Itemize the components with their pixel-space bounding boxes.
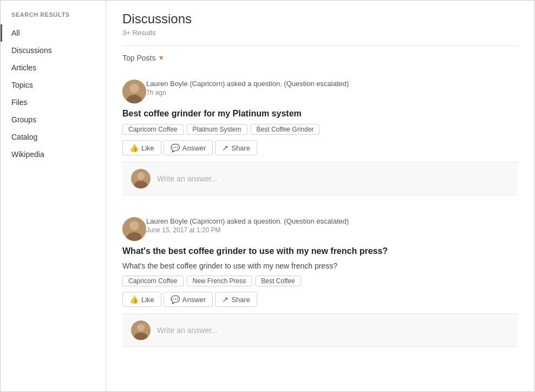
answer-placeholder-1[interactable]: Write an answer... bbox=[157, 174, 218, 183]
share-icon-2: ↗ bbox=[222, 295, 229, 304]
sidebar-link-wikipedia[interactable]: Wikipedia bbox=[1, 146, 106, 163]
answer-avatar-2 bbox=[131, 321, 151, 340]
svg-point-12 bbox=[137, 324, 145, 331]
dropdown-arrow-icon[interactable]: ▼ bbox=[158, 54, 164, 62]
sidebar-link-all[interactable]: All bbox=[1, 24, 106, 42]
post-header-1: Lauren Boyle (Capricorn) asked a questio… bbox=[122, 71, 518, 109]
post-meta-2: Lauren Boyle (Capricorn) asked a questio… bbox=[146, 217, 349, 234]
post-time-2: June 15, 2017 at 1:20 PM bbox=[146, 226, 349, 234]
share-label-1: Share bbox=[231, 144, 250, 152]
answer-area-1: Write an answer... bbox=[122, 162, 518, 195]
answer-area-2: Write an answer... bbox=[122, 313, 518, 347]
filter-label: Top Posts bbox=[122, 54, 155, 62]
sidebar-item-wikipedia[interactable]: Wikipedia bbox=[1, 146, 106, 163]
answer-avatar-img-1 bbox=[131, 169, 151, 188]
sidebar: SEARCH RESULTS All Discussions Articles … bbox=[1, 1, 106, 391]
answer-label-1: Answer bbox=[182, 144, 206, 152]
like-label-1: Like bbox=[141, 144, 154, 152]
sidebar-link-files[interactable]: Files bbox=[1, 94, 106, 111]
post-author-2: Lauren Boyle (Capricorn) asked a questio… bbox=[146, 217, 349, 225]
post-title-2[interactable]: What's the best coffee grinder to use wi… bbox=[122, 246, 518, 256]
like-button-1[interactable]: 👍 Like bbox=[122, 140, 161, 155]
sidebar-link-discussions[interactable]: Discussions bbox=[1, 42, 106, 59]
answer-avatar-1 bbox=[131, 169, 151, 188]
post-title-1[interactable]: Best coffee grinder for my Platinum syst… bbox=[122, 109, 518, 119]
sidebar-nav: All Discussions Articles Topics Files Gr… bbox=[1, 24, 106, 163]
tags-row-1: Capricorn Coffee Platinum System Best Co… bbox=[122, 124, 518, 135]
answer-button-2[interactable]: 💬 Answer bbox=[164, 292, 213, 307]
like-icon-2: 👍 bbox=[129, 295, 139, 304]
sidebar-item-groups[interactable]: Groups bbox=[1, 111, 106, 128]
share-button-1[interactable]: ↗ Share bbox=[215, 140, 257, 155]
tag-2-2[interactable]: Best Coffee bbox=[255, 276, 301, 286]
svg-point-5 bbox=[137, 172, 145, 180]
avatar-1 bbox=[122, 80, 146, 103]
answer-icon: 💬 bbox=[171, 143, 180, 152]
post-spacer bbox=[122, 195, 518, 208]
page-title: Discussions bbox=[122, 11, 518, 27]
sidebar-link-groups[interactable]: Groups bbox=[1, 111, 106, 128]
sidebar-link-topics[interactable]: Topics bbox=[1, 76, 106, 94]
divider bbox=[122, 45, 518, 46]
sidebar-link-catalog[interactable]: Catalog bbox=[1, 128, 106, 146]
sidebar-item-files[interactable]: Files bbox=[1, 94, 106, 111]
sidebar-header: SEARCH RESULTS bbox=[1, 11, 106, 24]
answer-avatar-img-2 bbox=[131, 321, 151, 340]
answer-placeholder-2[interactable]: Write an answer... bbox=[157, 326, 218, 335]
tag-1-0[interactable]: Capricorn Coffee bbox=[122, 124, 184, 135]
post-card-2: Lauren Boyle (Capricorn) asked a questio… bbox=[122, 208, 518, 347]
main-content: Discussions 3+ Results Top Posts ▼ bbox=[106, 1, 534, 391]
filter-row: Top Posts ▼ bbox=[122, 54, 518, 62]
sidebar-link-articles[interactable]: Articles bbox=[1, 59, 106, 76]
post-author-1: Lauren Boyle (Capricorn) asked a questio… bbox=[146, 80, 349, 88]
sidebar-item-catalog[interactable]: Catalog bbox=[1, 128, 106, 146]
tag-2-0[interactable]: Capricorn Coffee bbox=[122, 276, 184, 286]
sidebar-item-articles[interactable]: Articles bbox=[1, 59, 106, 76]
answer-button-1[interactable]: 💬 Answer bbox=[164, 140, 213, 155]
tags-row-2: Capricorn Coffee New French Press Best C… bbox=[122, 276, 518, 286]
post-header-2: Lauren Boyle (Capricorn) asked a questio… bbox=[122, 208, 518, 246]
avatar-2 bbox=[122, 217, 146, 241]
like-label-2: Like bbox=[141, 296, 154, 304]
sidebar-item-discussions[interactable]: Discussions bbox=[1, 42, 106, 59]
share-button-2[interactable]: ↗ Share bbox=[215, 292, 257, 307]
results-count: 3+ Results bbox=[122, 29, 518, 37]
svg-point-10 bbox=[130, 221, 139, 230]
post-meta-1: Lauren Boyle (Capricorn) asked a questio… bbox=[146, 80, 349, 96]
actions-row-1: 👍 Like 💬 Answer ↗ Share bbox=[122, 140, 518, 155]
sidebar-item-topics[interactable]: Topics bbox=[1, 76, 106, 94]
post-time-1: 7h ago bbox=[146, 89, 349, 96]
share-icon: ↗ bbox=[222, 143, 229, 152]
answer-icon-2: 💬 bbox=[171, 295, 180, 304]
tag-2-1[interactable]: New French Press bbox=[187, 276, 252, 286]
tag-1-2[interactable]: Best Coffee Grinder bbox=[251, 124, 320, 135]
svg-point-3 bbox=[130, 84, 139, 93]
like-icon: 👍 bbox=[129, 143, 139, 152]
like-button-2[interactable]: 👍 Like bbox=[122, 292, 161, 307]
sidebar-item-all[interactable]: All bbox=[1, 24, 106, 42]
share-label-2: Share bbox=[231, 296, 250, 304]
actions-row-2: 👍 Like 💬 Answer ↗ Share bbox=[122, 292, 518, 307]
answer-label-2: Answer bbox=[182, 296, 206, 304]
post-body-2: What's the best coffee grinder to use wi… bbox=[122, 262, 518, 270]
post-card-1: Lauren Boyle (Capricorn) asked a questio… bbox=[122, 71, 518, 195]
tag-1-1[interactable]: Platinum System bbox=[187, 124, 247, 135]
